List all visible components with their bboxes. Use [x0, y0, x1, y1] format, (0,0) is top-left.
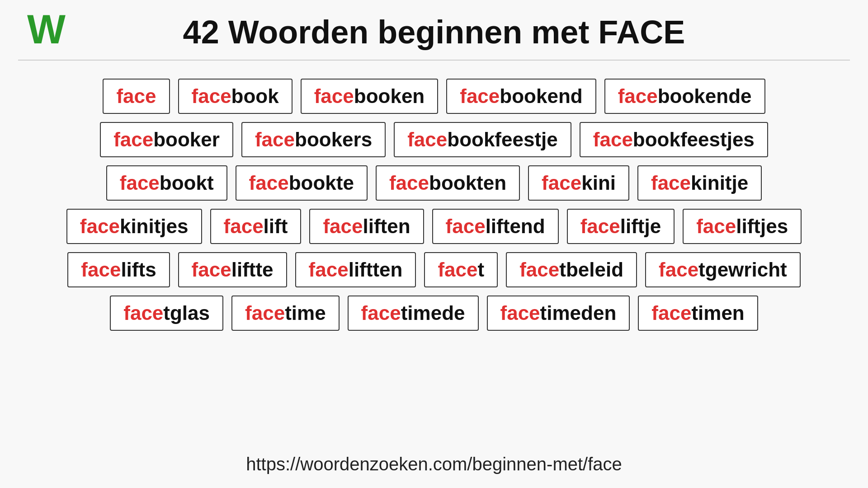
main-title: 42 Woorden beginnen met FACE — [183, 14, 685, 51]
header: W 42 Woorden beginnen met FACE — [0, 0, 868, 60]
word-box: facebookten — [376, 165, 520, 201]
word-suffix: bookend — [500, 85, 582, 107]
word-suffix: lift — [264, 215, 288, 237]
word-prefix: face — [249, 172, 289, 194]
word-prefix: face — [123, 302, 163, 324]
word-suffix: bookten — [429, 172, 506, 194]
word-box: facetbeleid — [506, 252, 637, 287]
word-box: facebook — [178, 79, 292, 114]
footer: https://woordenzoeken.com/beginnen-met/f… — [0, 445, 868, 488]
word-suffix: tgewricht — [698, 258, 787, 281]
word-prefix: face — [120, 172, 160, 194]
word-box: facetgewricht — [645, 252, 801, 287]
word-box: facet — [424, 252, 498, 287]
word-box: facetglas — [110, 296, 223, 331]
word-suffix: liften — [363, 215, 410, 237]
word-box: faceliftend — [432, 209, 559, 244]
word-box: facebookfeestjes — [580, 122, 768, 157]
word-box: facebookfeestje — [394, 122, 571, 157]
word-box: facebooker — [100, 122, 233, 157]
word-prefix: face — [580, 215, 620, 237]
word-prefix: face — [460, 85, 500, 107]
word-prefix: face — [542, 172, 581, 194]
word-box: faceliften — [309, 209, 424, 244]
word-suffix: time — [285, 302, 326, 324]
word-suffix: liftten — [349, 258, 403, 281]
word-suffix: tbeleid — [559, 258, 623, 281]
word-box: faceliftjes — [683, 209, 802, 244]
word-box: facebookende — [604, 79, 765, 114]
word-prefix: face — [407, 128, 447, 150]
word-prefix: face — [651, 172, 691, 194]
word-prefix: face — [696, 215, 736, 237]
word-prefix: face — [438, 258, 477, 281]
footer-url: https://woordenzoeken.com/beginnen-met/f… — [246, 454, 622, 474]
word-suffix: liftje — [620, 215, 661, 237]
word-suffix: liftend — [486, 215, 545, 237]
word-suffix: lifts — [121, 258, 156, 281]
word-suffix: book — [231, 85, 279, 107]
word-box: faceliftte — [178, 252, 287, 287]
word-box: facetimede — [348, 296, 479, 331]
word-row-2: facebooktfacebooktefacebooktenfacekinifa… — [106, 165, 762, 201]
word-prefix: face — [618, 85, 658, 107]
word-box: facekinitje — [637, 165, 762, 201]
word-prefix: face — [361, 302, 401, 324]
word-prefix: face — [113, 128, 153, 150]
word-prefix: face — [500, 302, 540, 324]
word-suffix: kinitje — [691, 172, 748, 194]
word-box: facebookers — [241, 122, 386, 157]
word-box: facetime — [231, 296, 340, 331]
word-prefix: face — [659, 258, 698, 281]
word-prefix: face — [116, 85, 156, 107]
word-suffix: liftjes — [736, 215, 788, 237]
word-suffix: timeden — [540, 302, 617, 324]
word-box: faceliftje — [567, 209, 675, 244]
word-box: facetimen — [638, 296, 758, 331]
word-box: facekinitjes — [66, 209, 202, 244]
word-suffix: liftte — [231, 258, 274, 281]
word-suffix: timede — [401, 302, 465, 324]
word-row-4: faceliftsfacelifttefacelifttenfacetfacet… — [67, 252, 800, 287]
word-prefix: face — [245, 302, 285, 324]
word-row-3: facekinitjesfaceliftfaceliftenfaceliften… — [66, 209, 802, 244]
word-box: faceliftten — [295, 252, 416, 287]
word-box: facebooken — [301, 79, 439, 114]
word-suffix: timen — [691, 302, 744, 324]
word-prefix: face — [309, 258, 349, 281]
word-row-1: facebookerfacebookersfacebookfeestjeface… — [100, 122, 768, 157]
word-box: facebookt — [106, 165, 227, 201]
word-suffix: bookfeestjes — [633, 128, 755, 150]
word-prefix: face — [446, 215, 486, 237]
word-row-5: facetglasfacetimefacetimedefacetimedenfa… — [110, 296, 758, 331]
word-box: facebookte — [236, 165, 368, 201]
word-suffix: bookfeestje — [447, 128, 558, 150]
word-prefix: face — [593, 128, 633, 150]
word-suffix: bookende — [658, 85, 752, 107]
word-suffix: bookers — [295, 128, 372, 150]
word-suffix: tglas — [163, 302, 210, 324]
word-box: facetimeden — [487, 296, 630, 331]
word-suffix: bookt — [160, 172, 214, 194]
word-suffix: booker — [153, 128, 220, 150]
word-suffix: kinitjes — [120, 215, 189, 237]
word-prefix: face — [192, 258, 231, 281]
word-prefix: face — [80, 215, 120, 237]
word-suffix: kini — [581, 172, 616, 194]
word-box: facelift — [210, 209, 302, 244]
word-prefix: face — [192, 85, 231, 107]
word-suffix: t — [478, 258, 485, 281]
word-prefix: face — [651, 302, 691, 324]
word-prefix: face — [314, 85, 354, 107]
word-prefix: face — [81, 258, 121, 281]
word-prefix: face — [323, 215, 363, 237]
word-suffix: bookte — [289, 172, 354, 194]
logo: W — [27, 9, 66, 50]
word-prefix: face — [389, 172, 429, 194]
words-container: facefacebookfacebookenfacebookendfaceboo… — [0, 61, 868, 445]
word-box: facebookend — [446, 79, 596, 114]
word-box: face — [103, 79, 170, 114]
word-suffix: booken — [354, 85, 425, 107]
word-prefix: face — [255, 128, 295, 150]
word-prefix: face — [224, 215, 264, 237]
